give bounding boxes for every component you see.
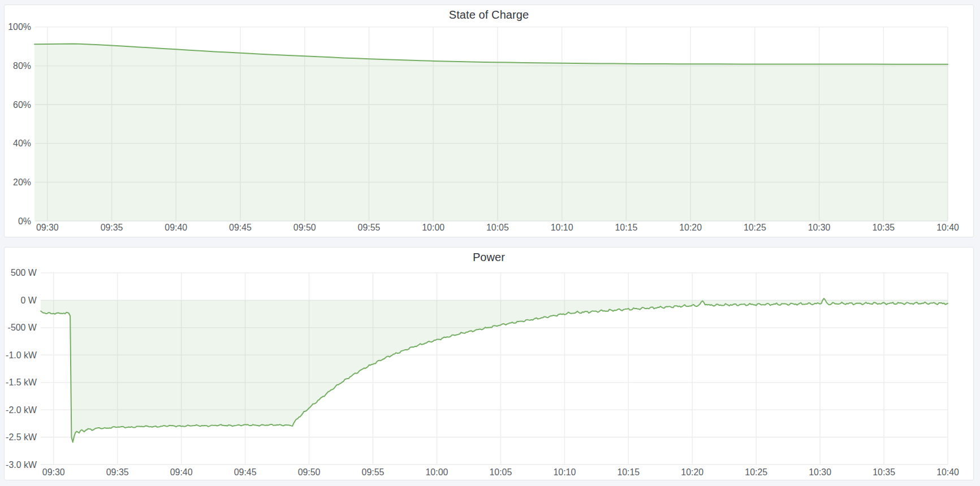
- x-axis-tick-label: 10:00: [426, 467, 448, 477]
- y-axis-tick-label: 100%: [8, 22, 31, 32]
- y-axis-tick-label: -1.5 kW: [6, 377, 37, 387]
- power-chart[interactable]: 500 W0 W-500 W-1.0 kW-1.5 kW-2.0 kW-2.5 …: [5, 248, 973, 480]
- y-axis-tick-label: 0%: [18, 216, 31, 226]
- x-axis-tick-label: 09:45: [229, 223, 252, 232]
- x-axis-tick-label: 10:00: [422, 223, 444, 232]
- x-axis-tick-label: 10:10: [551, 223, 573, 232]
- x-axis-tick-label: 09:55: [362, 467, 385, 477]
- y-axis-tick-label: -2.0 kW: [6, 405, 37, 415]
- state-of-charge-area-fill: [34, 44, 948, 221]
- y-axis-tick-label: -3.0 kW: [6, 460, 37, 470]
- x-axis-tick-label: 09:35: [101, 223, 123, 232]
- x-axis-tick-label: 09:35: [106, 467, 129, 477]
- panel-power: 500 W0 W-500 W-1.0 kW-1.5 kW-2.0 kW-2.5 …: [4, 247, 974, 480]
- x-axis-tick-label: 09:40: [170, 467, 193, 477]
- x-axis-tick-label: 09:45: [234, 467, 257, 477]
- x-axis-tick-label: 09:30: [42, 467, 65, 477]
- x-axis-tick-label: 10:05: [489, 467, 512, 477]
- x-axis-tick-label: 10:20: [679, 223, 702, 232]
- x-axis-tick-label: 09:50: [293, 223, 316, 232]
- y-axis-tick-label: 80%: [13, 61, 31, 71]
- state-of-charge-chart[interactable]: 0%20%40%60%80%100%09:3009:3509:4009:4509…: [5, 5, 973, 237]
- x-axis-tick-label: 10:15: [617, 467, 640, 477]
- panel-title-state-of-charge: State of Charge: [5, 8, 973, 21]
- panel-state-of-charge: 0%20%40%60%80%100%09:3009:3509:4009:4509…: [4, 5, 974, 237]
- y-axis-tick-label: -2.5 kW: [6, 432, 37, 442]
- x-axis-tick-label: 10:20: [681, 467, 703, 477]
- x-axis-tick-label: 09:30: [36, 223, 59, 232]
- x-axis-tick-label: 10:25: [744, 223, 766, 232]
- x-axis-tick-label: 09:40: [165, 223, 187, 232]
- y-axis-tick-label: 0 W: [21, 296, 37, 305]
- y-axis-tick-label: -1.0 kW: [6, 350, 37, 360]
- x-axis-tick-label: 10:30: [808, 223, 831, 232]
- x-axis-tick-label: 09:50: [298, 467, 321, 477]
- y-axis-tick-label: -500 W: [8, 323, 37, 332]
- x-axis-tick-label: 10:05: [486, 223, 509, 232]
- x-axis-tick-label: 10:40: [936, 467, 959, 477]
- x-axis-tick-label: 10:40: [936, 223, 959, 232]
- x-axis-tick-label: 10:10: [553, 467, 576, 477]
- x-axis-tick-label: 10:15: [615, 223, 637, 232]
- x-axis-tick-label: 09:55: [358, 223, 381, 232]
- y-axis-tick-label: 20%: [13, 177, 31, 187]
- power-area-fill: [41, 298, 948, 442]
- y-axis-tick-label: 40%: [13, 138, 31, 148]
- panel-title-power: Power: [5, 251, 973, 264]
- x-axis-tick-label: 10:30: [809, 467, 831, 477]
- x-axis-tick-label: 10:35: [873, 467, 895, 477]
- x-axis-tick-label: 10:35: [872, 223, 895, 232]
- y-axis-tick-label: 60%: [13, 100, 31, 110]
- y-axis-tick-label: 500 W: [11, 268, 37, 277]
- x-axis-tick-label: 10:25: [745, 467, 767, 477]
